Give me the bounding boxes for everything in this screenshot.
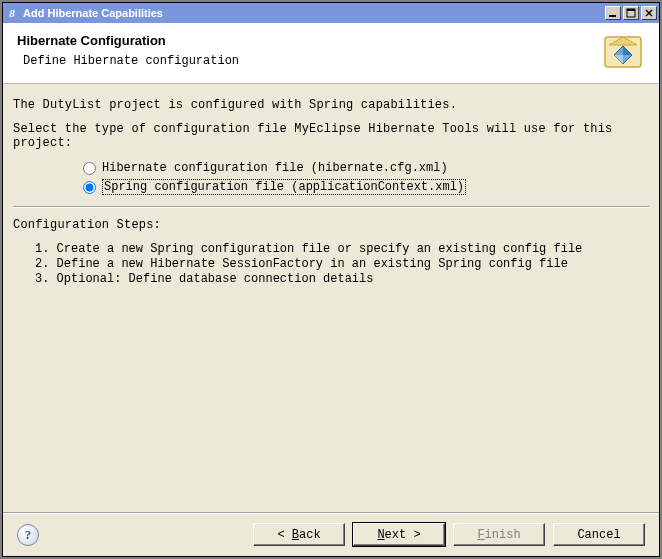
close-button[interactable]	[641, 6, 657, 20]
steps-title: Configuration Steps:	[13, 218, 649, 232]
next-button[interactable]: Next >	[353, 523, 445, 546]
radio-spring-config[interactable]	[83, 181, 96, 194]
back-button[interactable]: < Back	[253, 523, 345, 546]
wizard-content: The DutyList project is configured with …	[3, 84, 659, 512]
maximize-button[interactable]	[623, 6, 639, 20]
titlebar: 8 Add Hibernate Capabilities	[3, 3, 659, 23]
project-info-text: The DutyList project is configured with …	[13, 98, 649, 112]
radio-row-spring: Spring configuration file (applicationCo…	[83, 178, 649, 196]
radio-spring-label[interactable]: Spring configuration file (applicationCo…	[102, 179, 466, 195]
step-item: Optional: Define database connection det…	[35, 272, 649, 286]
page-title: Hibernate Configuration	[17, 33, 591, 48]
svg-rect-0	[609, 15, 616, 17]
step-item: Create a new Spring configuration file o…	[35, 242, 649, 256]
cancel-button[interactable]: Cancel	[553, 523, 645, 546]
steps-list: Create a new Spring configuration file o…	[35, 242, 649, 286]
button-bar: ? < Back Next > Finish Cancel	[3, 512, 659, 556]
divider	[13, 206, 649, 208]
select-prompt-text: Select the type of configuration file My…	[13, 122, 649, 150]
app-icon: 8	[5, 6, 19, 20]
radio-row-hibernate: Hibernate configuration file (hibernate.…	[83, 160, 649, 176]
window-title: Add Hibernate Capabilities	[23, 7, 163, 19]
config-type-radio-group: Hibernate configuration file (hibernate.…	[83, 160, 649, 196]
minimize-button[interactable]	[605, 6, 621, 20]
page-subtitle: Define Hibernate configuration	[23, 54, 591, 68]
wizard-window: 8 Add Hibernate Capabilities Hibernate C…	[2, 2, 660, 557]
svg-rect-2	[627, 9, 635, 11]
radio-hibernate-config[interactable]	[83, 162, 96, 175]
step-item: Define a new Hibernate SessionFactory in…	[35, 257, 649, 271]
finish-button: Finish	[453, 523, 545, 546]
wizard-icon	[601, 31, 645, 75]
help-button[interactable]: ?	[17, 524, 39, 546]
radio-hibernate-label[interactable]: Hibernate configuration file (hibernate.…	[102, 161, 448, 175]
wizard-header: Hibernate Configuration Define Hibernate…	[3, 23, 659, 84]
